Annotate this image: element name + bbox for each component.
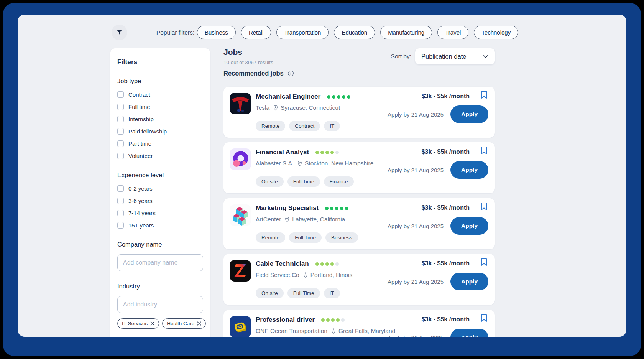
sort-by-label: Sort by: xyxy=(391,53,411,60)
rating-dots xyxy=(325,207,348,210)
job-card: Mechanical Engineer Tesla Syracuse, Conn… xyxy=(223,87,495,138)
job-tag: Remote xyxy=(256,121,285,131)
industry-label: Industry xyxy=(117,283,203,290)
close-icon[interactable] xyxy=(150,321,154,326)
internship-checkbox[interactable] xyxy=(117,116,124,122)
job-location: Lafayette, California xyxy=(292,216,345,223)
job-card: Financial Analyst Alabaster S.A. Stockto… xyxy=(223,142,495,193)
artcenter-logo xyxy=(230,204,251,226)
job-card: Marketing Specialist ArtCenter Lafayette… xyxy=(223,198,495,249)
job-location: Syracuse, Connecticut xyxy=(281,104,340,111)
job-type-label: Job type xyxy=(117,77,203,85)
close-icon[interactable] xyxy=(197,321,201,326)
apply-button[interactable]: Apply xyxy=(450,105,488,123)
company-name: Field Service.Co xyxy=(256,272,299,278)
apply-button[interactable]: Apply xyxy=(450,161,488,179)
info-icon[interactable] xyxy=(288,70,294,77)
checkbox-paid-fellowship[interactable]: Paid fellowship xyxy=(117,127,203,135)
section-title: Recommended jobs xyxy=(223,70,284,77)
tesla-logo xyxy=(230,93,251,114)
bookmark-icon[interactable] xyxy=(481,314,487,322)
funnel-icon xyxy=(116,29,123,36)
apply-button[interactable]: Apply xyxy=(450,217,488,235)
salary-range: $3k - $5k /month xyxy=(422,148,470,155)
option-label: Contract xyxy=(128,91,150,98)
job-title: Mechanical Engineer xyxy=(256,93,320,100)
job-location: Stockton, New Hampshire xyxy=(305,160,373,167)
contract-checkbox[interactable] xyxy=(117,91,124,98)
window-frame: Popular filters: Business Retail Transpo… xyxy=(3,3,641,356)
industry-chip-label: Health Care xyxy=(167,321,194,326)
option-label: 15+ years xyxy=(128,222,154,229)
location-pin-icon xyxy=(273,105,279,111)
checkbox-0-2-years[interactable]: 0-2 years xyxy=(117,184,203,193)
job-type-options: Contract Full time Internship Paid fello… xyxy=(117,90,203,160)
option-label: Paid fellowship xyxy=(128,128,167,135)
industry-input[interactable] xyxy=(117,296,203,313)
page-title: Jobs xyxy=(223,48,242,57)
bookmark-icon[interactable] xyxy=(481,202,487,211)
one-ocean-logo xyxy=(230,316,251,337)
industry-chip-it-services[interactable]: IT Services xyxy=(117,318,159,329)
job-tag: Full Time xyxy=(288,176,320,187)
checkbox-7-14-years[interactable]: 7-14 years xyxy=(117,209,203,217)
bookmark-icon[interactable] xyxy=(481,146,487,155)
exp-7-14-checkbox[interactable] xyxy=(117,210,124,216)
bookmark-icon[interactable] xyxy=(481,258,487,266)
exp-15-plus-checkbox[interactable] xyxy=(117,222,124,229)
job-title: Marketing Specialist xyxy=(256,204,319,212)
company-name: Alabaster S.A. xyxy=(256,160,294,167)
checkbox-15-plus-years[interactable]: 15+ years xyxy=(117,221,203,229)
apply-button[interactable]: Apply xyxy=(450,329,488,337)
job-tag: Finance xyxy=(324,176,354,187)
exp-0-2-checkbox[interactable] xyxy=(117,185,124,192)
job-tags: Remote Contract IT xyxy=(256,121,340,131)
job-title: Financial Analyst xyxy=(256,148,309,156)
volunteer-checkbox[interactable] xyxy=(117,153,124,159)
option-label: 7-14 years xyxy=(128,210,156,216)
filter-button[interactable] xyxy=(112,25,127,40)
salary-range: $3k - $5k /month xyxy=(422,204,470,211)
rating-dots xyxy=(327,95,350,99)
chevron-down-icon xyxy=(482,53,490,60)
location-pin-icon xyxy=(284,216,290,222)
checkbox-contract[interactable]: Contract xyxy=(117,90,203,99)
option-label: 3-6 years xyxy=(128,198,153,204)
apply-by-date: Apply by 21 Aug 2025 xyxy=(388,167,444,173)
checkbox-3-6-years[interactable]: 3-6 years xyxy=(117,196,203,205)
job-tag: Remote xyxy=(256,232,285,243)
industry-chip-label: IT Services xyxy=(122,321,148,326)
full-time-checkbox[interactable] xyxy=(117,104,124,110)
job-tags: On site Full Time Finance xyxy=(256,176,354,187)
apply-by-date: Apply by 21 Aug 2025 xyxy=(388,223,444,229)
checkbox-internship[interactable]: Internship xyxy=(117,115,203,123)
bookmark-icon[interactable] xyxy=(481,91,487,99)
salary-range: $3k - $5k /month xyxy=(422,316,470,323)
filters-title: Filters xyxy=(117,58,203,66)
apply-by-date: Apply by 21 Aug 2025 xyxy=(388,278,444,285)
apply-by-date: Apply by 21 Aug 2025 xyxy=(388,111,444,118)
job-tag: IT xyxy=(324,121,340,131)
company-name-label: Company name xyxy=(117,241,203,248)
rating-dots xyxy=(321,318,345,322)
exp-3-6-checkbox[interactable] xyxy=(117,198,124,204)
checkbox-full-time[interactable]: Full time xyxy=(117,102,203,111)
checkbox-volunteer[interactable]: Volunteer xyxy=(117,152,203,160)
field-service-logo xyxy=(230,260,251,282)
job-tag: Business xyxy=(325,232,358,243)
results-count: 10 out of 3967 results xyxy=(223,59,273,65)
rating-dots xyxy=(315,262,339,266)
option-label: Part time xyxy=(128,140,151,147)
company-name-input[interactable] xyxy=(117,254,203,271)
option-label: 0-2 years xyxy=(128,185,153,192)
sort-dropdown[interactable]: Publication date xyxy=(415,48,495,64)
part-time-checkbox[interactable] xyxy=(117,140,124,147)
checkbox-part-time[interactable]: Part time xyxy=(117,139,203,148)
job-tag: IT xyxy=(324,288,340,298)
industry-chip-health-care[interactable]: Health Care xyxy=(162,318,206,329)
paid-fellowship-checkbox[interactable] xyxy=(117,128,124,135)
job-tags: Remote Full Time Business xyxy=(256,232,358,243)
jobs-main: Jobs 10 out of 3967 results Sort by: Pub… xyxy=(223,15,495,337)
job-tag: On site xyxy=(256,288,284,298)
apply-button[interactable]: Apply xyxy=(450,273,488,290)
